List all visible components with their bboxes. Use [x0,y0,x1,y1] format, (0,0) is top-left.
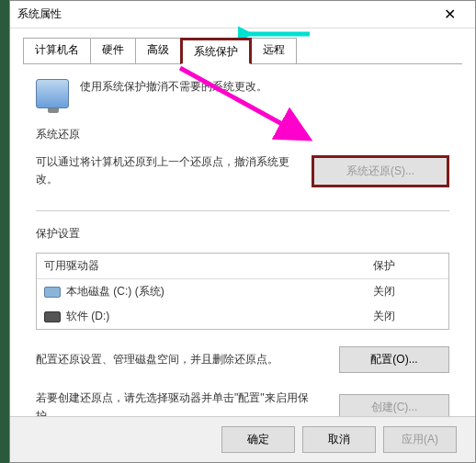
tab-bar: 计算机名 硬件 高级 系统保护 远程 [10,38,475,64]
create-description: 若要创建还原点，请先选择驱动器并单击"配置"来启用保护。 [36,390,321,416]
restore-section-header: 系统还原 [36,127,449,142]
restore-description: 可以通过将计算机还原到上一个还原点，撤消系统更改。 [36,153,293,188]
dialog-footer: 确定 取消 应用(A) [10,416,475,462]
create-button[interactable]: 创建(C)... [339,394,449,416]
intro-text: 使用系统保护撤消不需要的系统更改。 [80,79,267,95]
tab-remote[interactable]: 远程 [251,38,297,64]
tab-computer-name[interactable]: 计算机名 [23,38,91,64]
drive-status: 关闭 [366,304,448,329]
table-row[interactable]: 软件 (D:) 关闭 [37,304,448,329]
apply-button[interactable]: 应用(A) [383,426,457,453]
protection-section-header: 保护设置 [36,226,449,242]
configure-description: 配置还原设置、管理磁盘空间，并且删除还原点。 [36,351,321,368]
drives-table: 可用驱动器 保护 本地磁盘 (C:) (系统) 关闭 软件 (D:) 关闭 [36,253,449,330]
tab-system-protection[interactable]: 系统保护 [180,38,252,64]
system-properties-dialog: 系统属性 ✕ 计算机名 硬件 高级 系统保护 远程 使用系统保护撤消不需要的系统… [9,0,476,463]
col-header-drive: 可用驱动器 [37,254,366,278]
ok-button[interactable]: 确定 [221,426,295,453]
drive-status: 关闭 [366,279,448,304]
table-row[interactable]: 本地磁盘 (C:) (系统) 关闭 [37,279,448,304]
system-restore-button[interactable]: 系统还原(S)... [312,155,449,187]
drive-icon [44,287,61,298]
drive-icon [44,311,61,322]
monitor-icon [36,79,69,108]
tab-content: 使用系统保护撤消不需要的系统更改。 系统还原 可以通过将计算机还原到上一个还原点… [10,64,475,416]
tab-hardware[interactable]: 硬件 [90,38,136,64]
divider [36,210,449,211]
tab-advanced[interactable]: 高级 [135,38,181,64]
drive-label: 本地磁盘 (C:) (系统) [66,284,164,299]
titlebar: 系统属性 ✕ [10,1,475,28]
table-header: 可用驱动器 保护 [37,254,448,279]
cancel-button[interactable]: 取消 [302,426,376,453]
configure-button[interactable]: 配置(O)... [339,346,449,373]
col-header-status: 保护 [366,254,448,278]
close-button[interactable]: ✕ [431,2,468,28]
drive-label: 软件 (D:) [66,309,109,324]
window-title: 系统属性 [17,6,431,22]
